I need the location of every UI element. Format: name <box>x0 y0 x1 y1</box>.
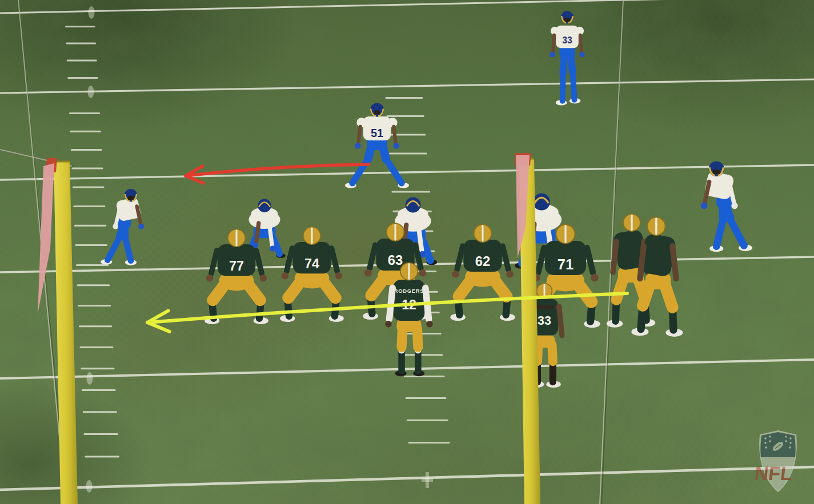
hash-tick <box>75 244 107 246</box>
hash-tick <box>406 397 447 399</box>
hash-tick <box>79 325 113 327</box>
hash-tick <box>74 225 107 227</box>
svg-text:74: 74 <box>304 256 319 271</box>
hash-tick <box>69 112 100 114</box>
hash-tick <box>402 354 443 356</box>
hash-tick <box>404 376 445 377</box>
svg-text:71: 71 <box>558 256 574 272</box>
svg-text:77: 77 <box>229 259 244 273</box>
hash-tick <box>77 284 110 286</box>
hash-tick <box>67 77 98 79</box>
hash-tick <box>78 305 111 307</box>
hash-tick <box>73 187 105 188</box>
hash-tick <box>76 264 109 266</box>
hash-tick <box>70 131 101 132</box>
hash-tick <box>65 26 95 27</box>
nfl-logo-text: NFL <box>753 462 793 484</box>
broadcast-frame: NFL 33516362747771RODGERS1233 <box>0 0 814 504</box>
svg-text:RODGERS: RODGERS <box>394 288 424 294</box>
svg-text:33: 33 <box>562 35 572 45</box>
hash-tick <box>71 168 103 170</box>
hash-tick <box>83 433 118 435</box>
hash-tick <box>408 442 450 443</box>
svg-text:33: 33 <box>538 314 551 328</box>
svg-text:51: 51 <box>371 127 383 139</box>
hash-tick <box>67 60 97 62</box>
hash-tick <box>80 346 114 348</box>
svg-text:63: 63 <box>388 252 403 268</box>
hash-tick <box>81 368 114 369</box>
hash-tick <box>391 191 430 193</box>
hash-tick <box>82 389 116 391</box>
field-paint-mark <box>86 480 93 493</box>
hash-tick <box>66 43 96 45</box>
field-paint-mark <box>422 478 433 482</box>
hash-tick <box>387 115 424 117</box>
field-paint-mark <box>88 86 94 98</box>
hash-tick <box>71 149 102 151</box>
field-paint-mark <box>87 372 93 385</box>
hash-tick <box>83 411 117 413</box>
field-paint-mark <box>89 6 95 19</box>
hash-tick <box>407 420 448 421</box>
hash-tick <box>385 97 423 99</box>
hash-tick <box>389 153 427 155</box>
field-scene: NFL 33516362747771RODGERS1233 <box>0 0 814 504</box>
hash-tick <box>85 455 119 457</box>
hash-tick <box>73 205 105 207</box>
svg-text:62: 62 <box>475 253 490 269</box>
